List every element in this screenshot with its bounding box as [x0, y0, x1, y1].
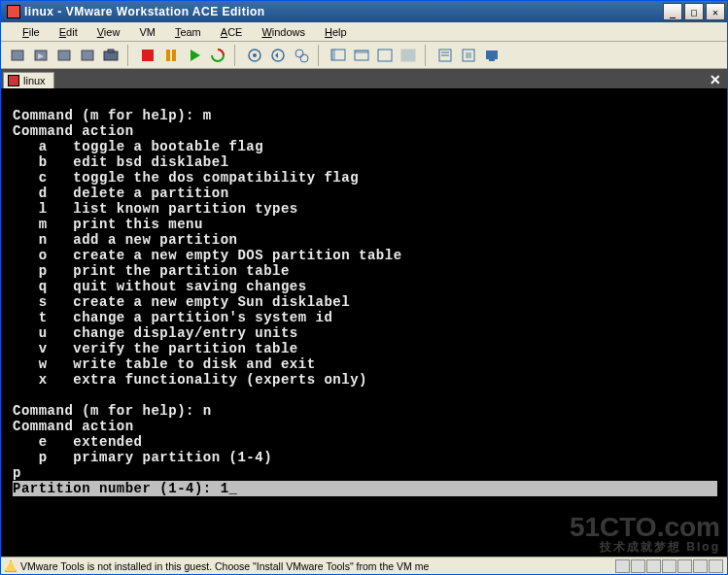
cycle-icon[interactable] — [207, 45, 228, 66]
cdrom-icon[interactable] — [631, 559, 645, 573]
menu-file[interactable]: File — [13, 23, 50, 41]
toolbar-separator — [234, 45, 238, 66]
svg-rect-18 — [378, 50, 392, 61]
guest-terminal[interactable]: Command (m for help): m Command action a… — [1, 88, 727, 557]
svg-rect-5 — [108, 50, 114, 52]
statusbar: VMware Tools is not installed in this gu… — [1, 557, 727, 574]
svg-rect-6 — [142, 50, 154, 61]
pause-icon[interactable] — [160, 45, 182, 66]
svg-point-13 — [300, 54, 308, 62]
menu-vm[interactable]: VM — [129, 23, 165, 41]
svg-rect-17 — [355, 51, 368, 53]
appliance-icon[interactable] — [458, 45, 479, 66]
current-prompt-line: Partition number (1-4): 1 — [13, 481, 717, 496]
menu-edit[interactable]: Edit — [50, 23, 87, 41]
stop-icon[interactable] — [137, 45, 158, 66]
vm-icon — [8, 75, 19, 86]
titlebar[interactable]: linux - VMware Workstation ACE Edition _… — [1, 1, 727, 22]
floppy-icon[interactable] — [646, 559, 661, 573]
svg-point-12 — [295, 50, 303, 57]
console-view-icon[interactable] — [481, 45, 503, 66]
app-icon — [7, 5, 20, 18]
device-tray — [615, 559, 723, 573]
menu-view[interactable]: View — [87, 23, 130, 41]
status-message: VMware Tools is not installed in this gu… — [20, 560, 611, 572]
display-icon[interactable] — [709, 559, 723, 573]
svg-rect-25 — [486, 51, 498, 59]
fullscreen-icon[interactable] — [374, 45, 396, 66]
play-icon[interactable] — [184, 45, 205, 66]
tab-linux[interactable]: linux — [3, 72, 54, 88]
warning-icon — [5, 560, 17, 572]
menu-team[interactable]: Team — [165, 23, 211, 41]
svg-rect-0 — [12, 51, 23, 60]
hdd-icon[interactable] — [615, 559, 630, 573]
snapshot-icon[interactable] — [100, 45, 121, 66]
reset-icon[interactable] — [77, 45, 98, 66]
tab-label: linux — [23, 75, 46, 86]
svg-rect-8 — [172, 50, 176, 61]
show-console-icon[interactable] — [328, 45, 349, 66]
suspend-icon[interactable] — [30, 45, 52, 66]
svg-rect-3 — [82, 51, 93, 60]
tab-close-button[interactable]: ✕ — [704, 71, 727, 88]
toolbar-separator — [127, 45, 131, 66]
close-button[interactable]: ✕ — [706, 3, 725, 20]
menu-ace[interactable]: ACE — [211, 23, 253, 41]
network-icon[interactable] — [662, 559, 676, 573]
tabbar: linux ✕ — [1, 69, 727, 88]
menubar: File Edit View VM Team ACE Windows Help — [1, 22, 727, 42]
svg-point-10 — [253, 53, 257, 57]
maximize-button[interactable]: □ — [684, 3, 704, 20]
menu-help[interactable]: Help — [315, 23, 357, 41]
svg-rect-26 — [489, 59, 495, 61]
snapshot-take-icon[interactable] — [244, 45, 265, 66]
menu-windows[interactable]: Windows — [252, 23, 315, 41]
poweron-icon[interactable] — [53, 45, 75, 66]
snapshot-manage-icon[interactable] — [291, 45, 312, 66]
unity-icon[interactable] — [398, 45, 419, 66]
vmware-window: linux - VMware Workstation ACE Edition _… — [0, 0, 728, 575]
svg-rect-19 — [401, 50, 415, 61]
poweroff-icon[interactable] — [7, 45, 28, 66]
toolbar-separator — [425, 45, 429, 66]
summary-icon[interactable] — [434, 45, 456, 66]
minimize-button[interactable]: _ — [663, 3, 682, 20]
quick-switch-icon[interactable] — [351, 45, 372, 66]
toolbar-separator — [318, 45, 322, 66]
window-title: linux - VMware Workstation ACE Edition — [24, 5, 663, 18]
svg-rect-2 — [58, 51, 70, 60]
sound-icon[interactable] — [693, 559, 708, 573]
snapshot-revert-icon[interactable] — [267, 45, 289, 66]
svg-rect-7 — [166, 50, 170, 61]
usb-icon[interactable] — [677, 559, 692, 573]
svg-rect-24 — [466, 52, 471, 58]
svg-rect-15 — [331, 50, 335, 60]
toolbar — [1, 42, 727, 69]
